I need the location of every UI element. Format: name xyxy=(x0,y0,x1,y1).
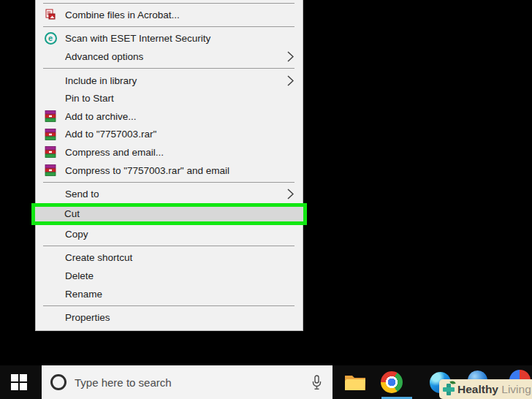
menu-item-label: Advanced options xyxy=(65,51,287,62)
leaf-icon xyxy=(449,380,455,385)
cortana-circle-icon xyxy=(50,374,66,390)
menu-item-label: Compress and email... xyxy=(65,147,294,158)
menu-separator xyxy=(36,179,303,185)
menu-item-scan-with-eset[interactable]: e Scan with ESET Internet Security xyxy=(36,30,303,48)
menu-item-label: Copy xyxy=(65,229,294,240)
menu-item-compress-and-email[interactable]: Compress and email... xyxy=(36,143,303,162)
menu-item-add-to-archive[interactable]: Add to archive... xyxy=(36,107,303,126)
menu-item-send-to[interactable]: Send to xyxy=(36,185,303,203)
menu-item-compress-to-rar-and-email[interactable]: Compress to "7757003.rar" and email xyxy=(36,162,303,180)
menu-item-label: Add to "7757003.rar" xyxy=(65,129,294,140)
taskbar-search-box[interactable] xyxy=(42,365,332,399)
menu-item-include-in-library[interactable]: Include in library xyxy=(36,72,303,90)
healthy-living-watermark: Healthy Living xyxy=(439,379,532,399)
menu-separator xyxy=(36,243,303,249)
winrar-icon xyxy=(36,146,65,158)
menu-item-properties[interactable]: Properties xyxy=(36,308,303,327)
microphone-icon[interactable] xyxy=(312,375,322,390)
menu-item-label: Add to archive... xyxy=(65,111,294,122)
menu-item-combine-files-in-acrobat[interactable]: Combine files in Acrobat... xyxy=(36,6,303,24)
menu-item-add-to-rar[interactable]: Add to "7757003.rar" xyxy=(36,126,303,144)
menu-item-create-shortcut[interactable]: Create shortcut xyxy=(36,249,303,267)
menu-item-copy[interactable]: Copy xyxy=(36,225,303,243)
winrar-icon xyxy=(36,110,65,122)
menu-item-label: Compress to "7757003.rar" and email xyxy=(65,165,294,176)
search-input[interactable] xyxy=(75,376,312,389)
start-button[interactable] xyxy=(11,374,27,390)
menu-item-label: Delete xyxy=(65,270,294,281)
menu-item-label: Pin to Start xyxy=(65,93,294,104)
winrar-icon xyxy=(36,164,65,176)
health-plus-icon xyxy=(442,383,455,396)
chrome-icon[interactable] xyxy=(381,371,403,393)
menu-item-delete[interactable]: Delete xyxy=(36,267,303,285)
chevron-right-icon xyxy=(287,189,294,200)
menu-separator xyxy=(36,24,303,30)
menu-separator xyxy=(36,66,303,72)
file-explorer-icon[interactable] xyxy=(344,373,366,395)
menu-item-label: Combine files in Acrobat... xyxy=(65,10,294,20)
menu-separator xyxy=(36,0,303,6)
menu-separator xyxy=(36,303,303,308)
menu-item-label: Send to xyxy=(65,189,287,200)
winrar-icon xyxy=(36,129,65,140)
menu-item-label: Create shortcut xyxy=(65,252,294,263)
menu-item-label: Rename xyxy=(65,289,294,300)
start-icon xyxy=(11,374,18,381)
acrobat-combine-icon xyxy=(36,9,65,20)
watermark-text: Healthy Living xyxy=(457,383,531,396)
context-menu: Combine files in Acrobat... e Scan with … xyxy=(35,0,303,331)
chevron-right-icon xyxy=(287,75,294,86)
eset-icon: e xyxy=(45,32,57,45)
menu-item-rename[interactable]: Rename xyxy=(36,285,303,303)
menu-item-label: Cut xyxy=(64,208,294,219)
menu-item-advanced-options[interactable]: Advanced options xyxy=(36,48,303,66)
menu-item-label: Properties xyxy=(65,312,294,323)
menu-item-cut[interactable]: Cut xyxy=(31,203,307,225)
menu-item-pin-to-start[interactable]: Pin to Start xyxy=(36,89,303,107)
menu-item-label: Scan with ESET Internet Security xyxy=(65,33,294,44)
menu-item-label: Include in library xyxy=(65,75,287,86)
chevron-right-icon xyxy=(287,51,294,62)
